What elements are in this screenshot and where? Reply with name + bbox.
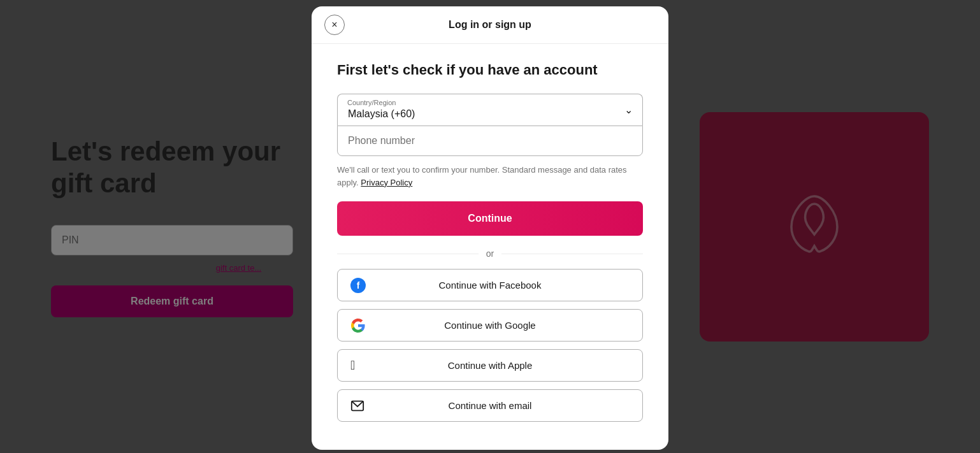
continue-button[interactable]: Continue — [337, 201, 643, 236]
continue-facebook-label: Continue with Facebook — [350, 280, 630, 291]
modal-close-button[interactable]: × — [324, 15, 345, 35]
phone-input-wrapper[interactable] — [337, 126, 643, 156]
continue-google-label: Continue with Google — [350, 320, 630, 331]
continue-facebook-button[interactable]: f Continue with Facebook — [337, 269, 643, 301]
phone-info-text: We'll call or text you to confirm your n… — [337, 164, 643, 189]
modal-body: First let's check if you have an account… — [312, 44, 668, 450]
continue-google-button[interactable]: Continue with Google — [337, 309, 643, 342]
google-icon — [350, 318, 366, 333]
apple-icon:  — [350, 358, 355, 373]
continue-email-button[interactable]: Continue with email — [337, 389, 643, 422]
divider-line-right — [501, 254, 643, 254]
continue-email-label: Continue with email — [350, 400, 630, 411]
privacy-policy-link[interactable]: Privacy Policy — [361, 178, 412, 187]
email-icon — [350, 399, 364, 413]
divider-line-left — [337, 254, 479, 254]
divider: or — [337, 248, 643, 259]
continue-apple-button[interactable]:  Continue with Apple — [337, 349, 643, 382]
modal: × Log in or sign up First let's check if… — [312, 6, 668, 450]
divider-text: or — [479, 248, 501, 259]
modal-overlay: × Log in or sign up First let's check if… — [0, 0, 980, 453]
modal-header: × Log in or sign up — [312, 6, 668, 44]
country-region-select[interactable]: Malaysia (+60) United States (+1) United… — [337, 94, 643, 126]
facebook-icon: f — [350, 278, 366, 293]
continue-apple-label: Continue with Apple — [350, 360, 630, 371]
modal-header-title: Log in or sign up — [449, 19, 531, 31]
country-region-wrapper[interactable]: Country/Region Malaysia (+60) United Sta… — [337, 94, 643, 126]
phone-number-input[interactable] — [348, 135, 632, 147]
modal-heading: First let's check if you have an account — [337, 62, 643, 78]
